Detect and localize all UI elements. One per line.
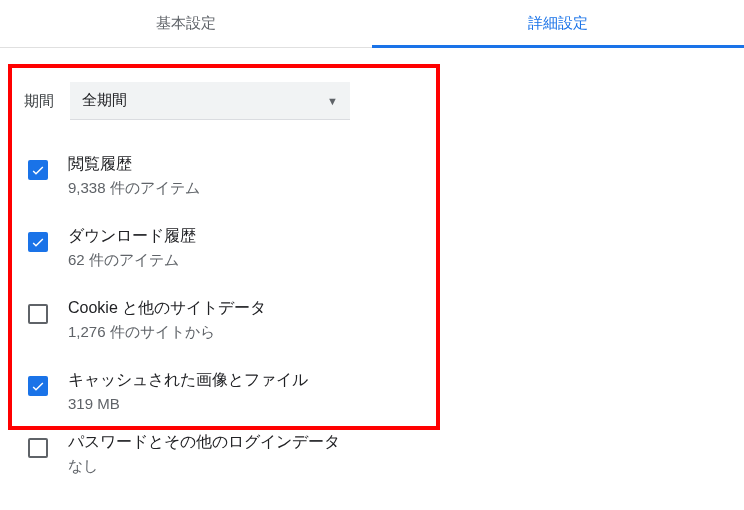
option-browsing-history: 閲覧履歴 9,338 件のアイテム [24,140,424,212]
option-title: 閲覧履歴 [68,154,200,175]
tab-basic[interactable]: 基本設定 [0,0,372,47]
option-text: パスワードとその他のログインデータ なし [68,432,340,476]
checkbox-passwords[interactable] [28,438,48,458]
time-range-value: 全期間 [82,91,127,110]
tab-advanced[interactable]: 詳細設定 [372,0,744,47]
checkbox-browsing-history[interactable] [28,160,48,180]
time-range-label: 期間 [24,92,54,111]
checkbox-cookies[interactable] [28,304,48,324]
highlight-box: 期間 全期間 ▼ 閲覧履歴 9,338 件のアイテム ダウンロード履歴 62 件… [8,64,440,430]
option-text: ダウンロード履歴 62 件のアイテム [68,226,196,270]
time-range-row: 期間 全期間 ▼ [24,82,424,120]
option-download-history: ダウンロード履歴 62 件のアイテム [24,212,424,284]
checkbox-cache[interactable] [28,376,48,396]
checkbox-download-history[interactable] [28,232,48,252]
option-sub: 1,276 件のサイトから [68,323,266,342]
option-title: ダウンロード履歴 [68,226,196,247]
option-text: 閲覧履歴 9,338 件のアイテム [68,154,200,198]
chevron-down-icon: ▼ [327,95,338,107]
option-title: キャッシュされた画像とファイル [68,370,308,391]
option-cookies: Cookie と他のサイトデータ 1,276 件のサイトから [24,284,424,356]
tab-advanced-label: 詳細設定 [528,14,588,33]
option-passwords: パスワードとその他のログインデータ なし [8,430,736,490]
check-icon [30,162,46,178]
option-text: Cookie と他のサイトデータ 1,276 件のサイトから [68,298,266,342]
check-icon [30,234,46,250]
option-sub: 62 件のアイテム [68,251,196,270]
time-range-select[interactable]: 全期間 ▼ [70,82,350,120]
option-sub: 9,338 件のアイテム [68,179,200,198]
check-icon [30,378,46,394]
option-title: パスワードとその他のログインデータ [68,432,340,453]
option-title: Cookie と他のサイトデータ [68,298,266,319]
tab-basic-label: 基本設定 [156,14,216,33]
option-sub: なし [68,457,340,476]
option-cache: キャッシュされた画像とファイル 319 MB [24,356,424,426]
option-text: キャッシュされた画像とファイル 319 MB [68,370,308,412]
option-sub: 319 MB [68,395,308,412]
tabs: 基本設定 詳細設定 [0,0,744,48]
content: 期間 全期間 ▼ 閲覧履歴 9,338 件のアイテム ダウンロード履歴 62 件… [0,48,744,498]
